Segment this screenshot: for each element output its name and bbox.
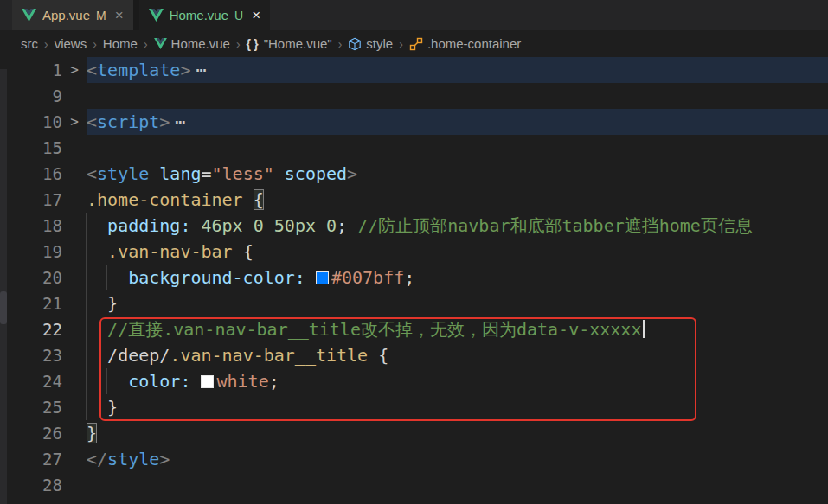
code-line-24[interactable]: 24 color: white; [0, 368, 828, 394]
breadcrumb-separator-icon: › [93, 37, 97, 51]
code-text [87, 135, 828, 161]
code-token [233, 241, 243, 262]
code-line-25[interactable]: 25 } [0, 394, 828, 420]
fold-column [62, 265, 87, 290]
code-token [87, 371, 128, 392]
breadcrumb-label: style [366, 36, 393, 51]
code-line-16[interactable]: 16<style lang="less" scoped> [0, 161, 828, 187]
code-line-10[interactable]: 10><script>⋯ [0, 109, 828, 135]
breadcrumb-item[interactable]: views [55, 36, 87, 51]
code-token [243, 189, 254, 210]
code-text: color: white; [87, 368, 828, 394]
tab-separator [133, 0, 139, 30]
code-line-18[interactable]: 18 padding: 46px 0 50px 0; //防止顶部navbar和… [0, 213, 828, 239]
code-token: > [159, 112, 170, 132]
line-number: 17 [0, 187, 62, 213]
code-text: <template>⋯ [87, 57, 828, 83]
code-token [190, 371, 201, 392]
color-swatch[interactable] [316, 271, 329, 284]
code-editor: 1><template>⋯910><script>⋯1516<style lan… [0, 57, 828, 504]
tab-home-vue[interactable]: Home.vue U × [139, 0, 270, 30]
vue-icon [22, 9, 36, 22]
vue-icon [154, 38, 167, 49]
code-line-22[interactable]: 22 //直接.van-nav-bar__title改不掉，无效，因为data-… [0, 316, 828, 342]
breadcrumb-item[interactable]: { }"Home.vue" [247, 36, 332, 51]
code-token [190, 215, 201, 236]
line-number: 22 [0, 316, 62, 342]
code-token: 46px [201, 215, 242, 236]
line-number: 25 [0, 394, 62, 420]
folded-ellipsis-icon[interactable]: ⋯ [196, 60, 206, 80]
fold-column [62, 342, 87, 368]
code-line-27[interactable]: 27</style> [0, 446, 828, 472]
code-token [87, 293, 107, 314]
code-token [305, 267, 316, 288]
code-token: ; [269, 371, 279, 392]
code-token [87, 215, 107, 236]
code-line-20[interactable]: 20 background-color: #007bff; [0, 265, 828, 290]
breadcrumb-item[interactable]: src [21, 36, 38, 51]
breadcrumb-item[interactable]: Home.vue [154, 36, 230, 51]
code-line-23[interactable]: 23 /deep/.van-nav-bar__title { [0, 342, 828, 368]
code-token: //直接.van-nav-bar__title改不掉，无效，因为data-v-x… [107, 319, 641, 340]
fold-chevron-icon[interactable]: > [62, 109, 87, 135]
breadcrumb-item[interactable]: style [348, 36, 393, 51]
code-line-9[interactable]: 9 [0, 83, 828, 109]
code-token [87, 241, 107, 262]
code-text [87, 83, 828, 109]
code-token: ; [337, 215, 357, 236]
tab-app-vue[interactable]: App.vue M × [12, 0, 133, 30]
line-number: 24 [0, 368, 62, 394]
code-token: template [97, 60, 180, 80]
braces-icon: { } [247, 37, 260, 51]
code-line-26[interactable]: 26} [0, 420, 828, 446]
code-line-17[interactable]: 17.home-container { [0, 187, 828, 213]
line-number: 19 [0, 239, 62, 265]
code-line-28[interactable]: 28 [0, 472, 828, 498]
code-line-1[interactable]: 1><template>⋯ [0, 57, 828, 83]
line-number: 9 [0, 83, 62, 109]
fold-column [62, 290, 87, 316]
code-token: 50px [274, 215, 316, 236]
fold-chevron-icon[interactable]: > [62, 57, 87, 83]
fold-column [62, 83, 87, 109]
indent-guide [86, 213, 87, 420]
close-icon[interactable]: × [252, 8, 260, 22]
code-line-19[interactable]: 19 .van-nav-bar { [0, 239, 828, 265]
code-line-21[interactable]: 21 } [0, 290, 828, 316]
code-token: scoped [285, 163, 347, 184]
breadcrumb-separator-icon: › [338, 37, 343, 51]
breadcrumb: src›views›Home›Home.vue›{ }"Home.vue"›st… [0, 30, 828, 57]
code-token: > [180, 60, 190, 80]
line-number: 1 [0, 57, 62, 83]
git-status-badge: U [234, 9, 243, 22]
folded-ellipsis-icon[interactable]: ⋯ [175, 112, 185, 132]
side-rail-handle[interactable] [0, 291, 7, 324]
code-text: padding: 46px 0 50px 0; //防止顶部navbar和底部t… [87, 213, 828, 239]
code-line-15[interactable]: 15 [0, 135, 828, 161]
code-token: = [201, 163, 211, 184]
line-number: 21 [0, 290, 62, 316]
code-token [274, 163, 285, 184]
code-text: </style> [87, 446, 828, 472]
breadcrumb-label: src [21, 36, 38, 51]
code-token [316, 215, 326, 236]
close-icon[interactable]: × [115, 8, 124, 22]
code-text: <style lang="less" scoped> [87, 161, 828, 187]
side-rail [0, 69, 7, 504]
breadcrumb-item[interactable]: Home [103, 36, 138, 51]
fold-column [62, 187, 87, 213]
code-token: < [87, 60, 97, 80]
color-swatch[interactable] [201, 375, 214, 388]
code-token: .home-container [87, 189, 243, 210]
vscode-window: App.vue M × Home.vue U × src›views›Home›… [0, 0, 828, 504]
indent-guide [106, 265, 107, 290]
line-number: 23 [0, 342, 62, 368]
code-token [87, 267, 128, 288]
code-token [264, 215, 274, 236]
breadcrumb-item[interactable]: .home-container [409, 36, 521, 51]
code-token: white [216, 371, 268, 392]
line-number: 26 [0, 420, 62, 446]
tab-bar: App.vue M × Home.vue U × [0, 0, 828, 30]
breadcrumb-label: Home.vue [171, 36, 230, 51]
